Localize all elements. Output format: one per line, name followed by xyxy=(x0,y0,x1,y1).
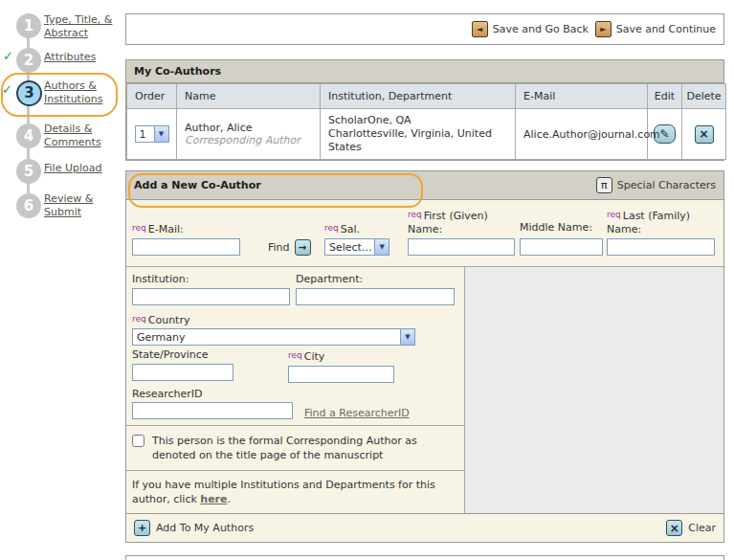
country-label-text: Country xyxy=(148,314,190,326)
corresponding-author-checkbox[interactable] xyxy=(132,435,145,447)
state-group: State/Province xyxy=(132,348,288,383)
department-label: Department: xyxy=(296,273,455,286)
bottom-save-bar: ◄ Save and Go Back ► Save and Continue xyxy=(125,555,724,560)
add-coauthor-title: Add a New Co-Author xyxy=(134,179,261,191)
sidebar-item-attributes[interactable]: Attributes xyxy=(44,51,122,64)
required-marker: req xyxy=(324,223,339,233)
department-group: Department: xyxy=(296,273,455,305)
pi-icon: π xyxy=(596,177,612,193)
address-section: Institution: Department: reqCountry xyxy=(126,267,723,513)
multiple-institutions-text: If you have multiple Institutions and De… xyxy=(132,479,435,505)
empty-panel xyxy=(464,267,723,513)
step-5-circle: 5 xyxy=(16,159,41,184)
find-researcherid-link[interactable]: Find a ResearcherID xyxy=(304,407,410,419)
order-select[interactable]: 1 ▼ xyxy=(135,125,169,143)
name-fields-row: reqE-Mail: Find → reqSal. Select... xyxy=(126,200,723,267)
last-name-label: reqLast (Family) Name: xyxy=(607,208,717,236)
required-marker: req xyxy=(288,350,302,360)
address-box: Institution: Department: reqCountry xyxy=(126,267,464,426)
salutation-label-text: Sal. xyxy=(341,223,360,235)
institution-label: Institution: xyxy=(132,273,291,286)
corresponding-author-box: This person is the formal Corresponding … xyxy=(126,426,464,471)
my-coauthors-title: My Co-Authors xyxy=(126,60,723,83)
sidebar-item-details-comments[interactable]: Details & Comments xyxy=(44,123,122,149)
chevron-down-icon: ▼ xyxy=(400,329,414,345)
add-coauthor-titlebar: Add a New Co-Author π Special Characters xyxy=(126,171,723,200)
first-name-field[interactable] xyxy=(408,238,515,256)
salutation-select[interactable]: Select... ▼ xyxy=(324,238,389,256)
last-name-field[interactable] xyxy=(607,238,715,256)
col-institution: Institution, Department xyxy=(321,84,516,109)
city-label: reqCity xyxy=(288,348,394,364)
institution-field[interactable] xyxy=(132,288,290,305)
checkmark-icon: ✓ xyxy=(3,49,13,63)
step-2-circle: 2 xyxy=(16,48,41,73)
save-and-continue-button[interactable]: ► Save and Continue xyxy=(595,21,716,37)
right-arrow-icon: ► xyxy=(595,21,612,37)
save-and-go-back-button[interactable]: ◄ Save and Go Back xyxy=(472,21,589,37)
department-field[interactable] xyxy=(296,288,455,305)
researcherid-field[interactable] xyxy=(132,402,293,419)
add-to-my-authors-button[interactable]: + Add To My Authors xyxy=(134,520,254,536)
sidebar-item-type-title-abstract[interactable]: Type, Title, & Abstract xyxy=(44,13,122,40)
middle-name-label: Middle Name: xyxy=(520,221,592,235)
address-column: Institution: Department: reqCountry xyxy=(126,267,464,513)
step-1-circle: 1 xyxy=(16,13,41,38)
email-label-text: E-Mail: xyxy=(148,223,184,235)
special-characters-label: Special Characters xyxy=(617,179,716,191)
col-name: Name xyxy=(177,84,321,109)
step-6-circle: 6 xyxy=(16,193,41,218)
add-coauthor-section: Add a New Co-Author π Special Characters… xyxy=(125,170,724,543)
author-email: Alice.Author@journal.com xyxy=(516,109,648,160)
top-save-bar: ◄ Save and Go Back ► Save and Continue xyxy=(125,13,724,45)
first-name-label: reqFirst (Given) Name: xyxy=(408,208,515,236)
save-and-continue-label: Save and Continue xyxy=(616,23,716,35)
state-field[interactable] xyxy=(132,364,234,381)
table-header-row: Order Name Institution, Department E-Mai… xyxy=(127,84,726,109)
delete-button[interactable]: × xyxy=(695,125,714,144)
col-delete: Delete xyxy=(682,84,726,109)
clear-x-icon: × xyxy=(666,520,682,536)
left-arrow-icon: ◄ xyxy=(472,21,488,37)
sidebar-item-review-submit[interactable]: Review & Submit xyxy=(44,192,122,219)
col-edit: Edit xyxy=(648,84,682,109)
city-label-text: City xyxy=(304,350,325,363)
find-control: Find → xyxy=(268,239,311,256)
chevron-down-icon: ▼ xyxy=(154,126,168,142)
email-label: reqE-Mail: xyxy=(132,221,184,236)
city-field[interactable] xyxy=(288,366,394,383)
order-select-value: 1 xyxy=(140,128,146,141)
clear-button[interactable]: × Clear xyxy=(666,520,716,536)
save-and-go-back-label: Save and Go Back xyxy=(493,23,589,35)
required-marker: req xyxy=(132,223,146,233)
find-button[interactable]: → xyxy=(295,239,311,256)
submission-steps-sidebar: ✓ ✓ 1 Type, Title, & Abstract 2 Attribut… xyxy=(0,0,123,560)
add-to-my-authors-label: Add To My Authors xyxy=(156,522,254,534)
country-select[interactable]: Germany ▼ xyxy=(132,328,415,346)
coauthors-table: Order Name Institution, Department E-Mai… xyxy=(126,83,726,160)
required-marker: req xyxy=(408,210,422,219)
form-action-row: + Add To My Authors × Clear xyxy=(126,513,723,542)
clear-label: Clear xyxy=(688,522,716,534)
add-coauthor-form: reqE-Mail: Find → reqSal. Select... xyxy=(126,200,723,542)
institution-group: Institution: xyxy=(132,273,291,305)
state-label: State/Province xyxy=(132,348,288,362)
author-institution-line1: ScholarOne, QA xyxy=(328,114,507,127)
multiple-institutions-text-end: . xyxy=(228,493,232,505)
table-row: 1 ▼ Author, Alice Corresponding Author S… xyxy=(127,109,726,160)
here-link[interactable]: here xyxy=(200,493,227,505)
special-characters-button[interactable]: π Special Characters xyxy=(596,177,716,193)
author-name: Author, Alice xyxy=(185,122,312,134)
multiple-institutions-box: If you have multiple Institutions and De… xyxy=(126,471,464,513)
sidebar-item-authors-institutions[interactable]: Authors & Institutions xyxy=(44,79,122,106)
author-institution-line2: Charlottesville, Virginia, United States xyxy=(328,127,507,154)
sidebar-item-file-upload[interactable]: File Upload xyxy=(44,162,122,175)
email-field[interactable] xyxy=(132,238,240,256)
salutation-select-value: Select... xyxy=(329,241,371,254)
delete-x-icon: × xyxy=(699,127,708,141)
page: ✓ ✓ 1 Type, Title, & Abstract 2 Attribut… xyxy=(0,0,734,560)
step-4-circle: 4 xyxy=(16,123,41,148)
middle-name-field[interactable] xyxy=(520,238,603,256)
col-email: E-Mail xyxy=(516,84,648,109)
find-label: Find xyxy=(268,241,290,255)
